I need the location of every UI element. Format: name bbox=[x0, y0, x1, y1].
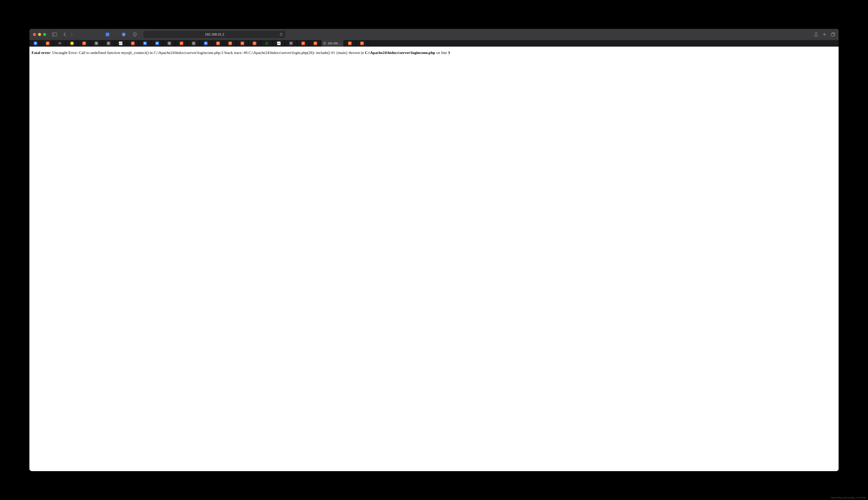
favicon-yellow bbox=[70, 42, 74, 45]
tab-0[interactable]: ❀ bbox=[30, 40, 42, 47]
tab-18[interactable]: C bbox=[248, 40, 260, 47]
maximize-button[interactable] bbox=[43, 33, 46, 36]
error-line: 3 bbox=[448, 50, 450, 55]
tab-23[interactable]: C bbox=[309, 40, 321, 47]
favicon-white bbox=[277, 42, 281, 45]
favicon-c: C bbox=[46, 42, 49, 45]
share-button[interactable] bbox=[814, 32, 818, 37]
favicon-c: C bbox=[348, 42, 352, 45]
favicon-c: C bbox=[131, 42, 135, 45]
cat-icon bbox=[106, 33, 109, 36]
tab-5[interactable]: S bbox=[90, 40, 102, 47]
tab-4[interactable]: C bbox=[78, 40, 90, 47]
tab-17[interactable]: C bbox=[236, 40, 248, 47]
tab-19[interactable]: Q bbox=[260, 40, 273, 47]
extension-icon-1[interactable] bbox=[105, 32, 110, 36]
tab-after-0[interactable]: C bbox=[344, 40, 356, 47]
sidebar-icon bbox=[52, 33, 57, 36]
watermark: https://blog.csdn.net/qq_17790209 bbox=[831, 497, 866, 499]
favicon-blue: ❀ bbox=[143, 42, 147, 45]
favicon-c: C bbox=[241, 42, 244, 45]
shield-icon bbox=[133, 32, 137, 36]
error-file: C:\Apache24\htdocs\server\loginconn.php bbox=[365, 50, 435, 55]
nav-arrows bbox=[63, 32, 73, 36]
svg-rect-3 bbox=[831, 33, 834, 36]
tab-1[interactable]: C bbox=[42, 40, 54, 47]
favicon-c: C bbox=[253, 42, 256, 45]
tab-6[interactable]: C bbox=[102, 40, 114, 47]
favicon-c: C bbox=[180, 42, 183, 45]
tab-14[interactable]: ❀ bbox=[200, 40, 212, 47]
browser-window: 192.168.31.2 ❀CGECSCC❀❀CCC❀CCCC bbox=[30, 29, 838, 471]
extension-icon-2[interactable] bbox=[122, 32, 126, 36]
toolbar-icons bbox=[105, 32, 137, 36]
svg-rect-0 bbox=[53, 33, 57, 36]
page-content: Fatal error: Uncaught Error: Call to und… bbox=[30, 47, 838, 471]
tab-13[interactable]: C bbox=[188, 40, 200, 47]
favicon-p: P bbox=[289, 42, 293, 45]
tab-3[interactable] bbox=[66, 40, 78, 47]
favicon-c-grey: C bbox=[107, 42, 110, 45]
favicon-dark: GE bbox=[58, 42, 62, 45]
error-text: Uncaught Error: Call to undefined functi… bbox=[52, 50, 365, 55]
favicon-c: C bbox=[82, 42, 86, 45]
tab-2[interactable]: GE bbox=[54, 40, 66, 47]
favicon-blue: ❀ bbox=[204, 42, 208, 45]
new-tab-button[interactable] bbox=[822, 32, 826, 36]
favicon-c: C bbox=[229, 42, 232, 45]
favicon-green: Q bbox=[265, 42, 268, 45]
minimize-button[interactable] bbox=[38, 33, 41, 36]
back-button[interactable] bbox=[63, 32, 66, 36]
favicon-blue: ❀ bbox=[155, 42, 159, 45]
tab-22[interactable]: C bbox=[297, 40, 309, 47]
favicon-white bbox=[119, 42, 122, 45]
tab-8[interactable]: C bbox=[127, 40, 139, 47]
tab-9[interactable]: ❀ bbox=[139, 40, 151, 47]
sidebar-toggle-button[interactable] bbox=[52, 33, 57, 36]
tab-21[interactable]: P bbox=[285, 40, 297, 47]
tab-count-badge: 1 bbox=[323, 42, 326, 45]
privacy-shield-button[interactable] bbox=[133, 32, 137, 36]
tab-active-label: 192.168.... bbox=[327, 42, 341, 45]
tab-12[interactable]: C bbox=[176, 40, 188, 47]
tab-10[interactable]: ❀ bbox=[151, 40, 163, 47]
tab-7[interactable] bbox=[114, 40, 127, 47]
favicon-c-grey: C bbox=[192, 42, 196, 45]
favicon-c: C bbox=[360, 42, 364, 45]
tab-after-1[interactable]: C bbox=[356, 40, 368, 47]
error-message: Fatal error: Uncaught Error: Call to und… bbox=[31, 50, 836, 56]
traffic-lights bbox=[33, 33, 46, 36]
tab-20[interactable] bbox=[273, 40, 285, 47]
tab-active[interactable]: 1192.168.... bbox=[321, 40, 344, 47]
forward-button[interactable] bbox=[70, 32, 73, 36]
favicon-c: C bbox=[301, 42, 305, 45]
reload-button[interactable] bbox=[279, 33, 283, 36]
tab-11[interactable]: C bbox=[163, 40, 176, 47]
titlebar: 192.168.31.2 bbox=[30, 29, 838, 40]
favicon-s: S bbox=[94, 42, 98, 45]
favicon-c-grey: C bbox=[168, 42, 171, 45]
favicon-c: C bbox=[314, 42, 317, 45]
error-prefix: Fatal error bbox=[31, 50, 50, 55]
tabbar: ❀CGECSCC❀❀CCC❀CCCCQPCC1192.168....CC bbox=[30, 40, 838, 47]
reload-icon bbox=[279, 33, 283, 36]
tab-16[interactable]: C bbox=[224, 40, 236, 47]
close-button[interactable] bbox=[33, 33, 36, 36]
circle-icon bbox=[122, 33, 125, 36]
tabs-overview-button[interactable] bbox=[831, 32, 835, 36]
right-toolbar bbox=[814, 32, 835, 37]
address-bar[interactable]: 192.168.31.2 bbox=[144, 31, 286, 38]
favicon-blue: ❀ bbox=[34, 42, 37, 45]
address-text: 192.168.31.2 bbox=[205, 32, 224, 36]
tab-15[interactable]: C bbox=[212, 40, 224, 47]
favicon-c: C bbox=[216, 42, 220, 45]
